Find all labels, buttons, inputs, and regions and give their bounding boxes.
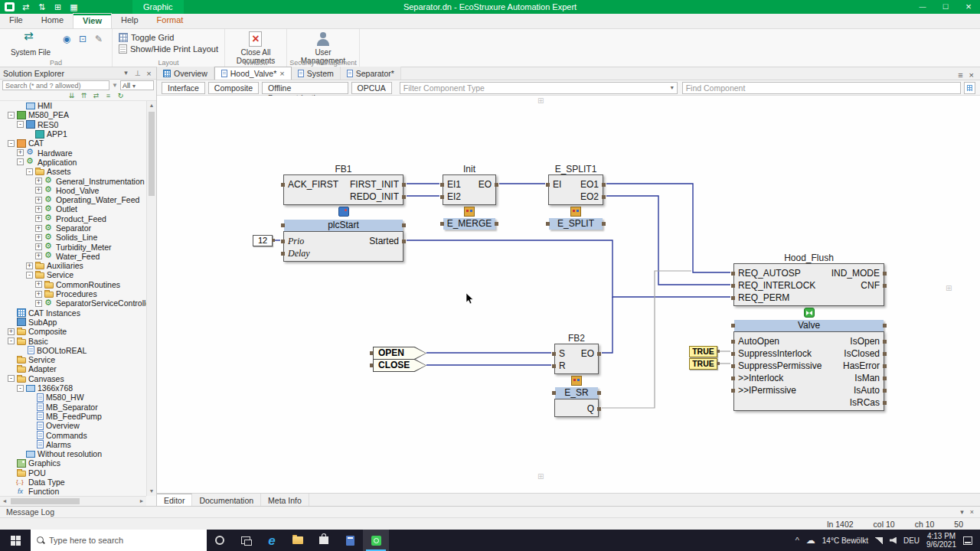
tab-hood-valve[interactable]: Hood_Valve*: [214, 67, 292, 80]
chevron-down-icon[interactable]: ▾: [960, 508, 964, 516]
tree-expander-icon[interactable]: [35, 281, 42, 288]
tree-item[interactable]: Graphics: [0, 458, 146, 468]
ribbon-tab-view[interactable]: View: [73, 13, 112, 28]
tree-expander-icon[interactable]: [17, 121, 24, 128]
explorer-vertical-scrollbar[interactable]: ▲ ▼: [146, 101, 156, 496]
tree-expander-icon[interactable]: [35, 253, 42, 259]
tree-item[interactable]: Hardware: [0, 148, 146, 157]
sort-tree-icon[interactable]: ≡: [104, 92, 113, 99]
contextual-tab-graphic[interactable]: Graphic: [132, 0, 184, 14]
tree-expander-icon[interactable]: [35, 300, 42, 307]
action-center-icon[interactable]: [963, 536, 972, 545]
tab-system[interactable]: System: [292, 67, 341, 80]
input-connector-open[interactable]: OPEN: [373, 347, 426, 360]
tree-item[interactable]: Adapter: [0, 364, 146, 373]
scroll-up-icon[interactable]: ▲: [147, 101, 156, 110]
tree-expander-icon[interactable]: [17, 385, 24, 392]
diagram-canvas[interactable]: ⊞ ⊞ ⊞ FB1: [157, 96, 980, 493]
tree-expander-icon[interactable]: [26, 432, 33, 439]
fbd-block-hood-flush[interactable]: Hood_Flush REQ_AUTOSPREQ_INTERLOCKREQ_PE…: [733, 253, 884, 411]
tree-item[interactable]: Function: [0, 487, 146, 496]
tree-item[interactable]: APP1: [0, 129, 146, 139]
tree-expander-icon[interactable]: [26, 394, 33, 401]
tree-expander-icon[interactable]: [35, 178, 42, 184]
constant-true-permissive[interactable]: TRUE: [689, 358, 717, 370]
tab-separator[interactable]: Separator*: [341, 67, 401, 80]
tree-item[interactable]: MB_FeedPump: [0, 412, 146, 421]
panel-menu-icon[interactable]: [122, 69, 130, 78]
network-icon[interactable]: [875, 537, 883, 544]
event-output-port[interactable]: EO: [479, 178, 492, 191]
data-input-port[interactable]: Prio: [288, 235, 310, 247]
tree-item[interactable]: Alarms: [0, 440, 146, 449]
event-output-port[interactable]: REDO_INIT: [350, 191, 399, 203]
tree-item[interactable]: HMI: [0, 101, 146, 110]
ribbon-tab-file[interactable]: File: [0, 13, 32, 28]
tree-item[interactable]: Application: [0, 158, 146, 167]
start-button[interactable]: [0, 530, 31, 551]
offline-parametrization-button[interactable]: Offline Parametrization: [262, 82, 348, 94]
message-log-bar[interactable]: Message Log ▾ ×: [0, 506, 980, 517]
tree-expander-icon[interactable]: [8, 479, 15, 486]
minimize-button[interactable]: [911, 0, 934, 14]
tree-expander-icon[interactable]: [35, 215, 42, 222]
pad-view-grid-icon[interactable]: [76, 32, 90, 46]
tree-item[interactable]: SubApp: [0, 318, 146, 327]
tree-expander-icon[interactable]: [26, 422, 33, 429]
fbd-block-init[interactable]: Init EI1EI2 EO E_MERGE: [443, 164, 496, 230]
event-output-port[interactable]: IND_MODE: [831, 267, 880, 279]
data-output-port[interactable]: IsRCas: [843, 396, 880, 409]
task-view-button[interactable]: [233, 530, 259, 551]
refresh-tree-icon[interactable]: ↻: [116, 92, 125, 99]
weather-text[interactable]: 14°C Bewölkt: [822, 536, 868, 545]
volume-icon[interactable]: [890, 537, 897, 544]
tree-item[interactable]: Water_Feed: [0, 252, 146, 261]
tree-expander-icon[interactable]: [8, 309, 15, 316]
tree-expander-icon[interactable]: [17, 149, 24, 156]
event-input-port[interactable]: EI: [553, 178, 561, 191]
tree-expander-icon[interactable]: [8, 460, 15, 467]
tree-expander-icon[interactable]: [8, 337, 15, 344]
taskbar-search[interactable]: Type here to search: [31, 530, 207, 551]
tree-item[interactable]: Procedures: [0, 289, 146, 298]
tree-expander-icon[interactable]: [35, 234, 42, 241]
close-document-icon[interactable]: [969, 70, 974, 80]
data-output-port[interactable]: IsMan: [843, 372, 880, 384]
event-output-port[interactable]: EO2: [580, 191, 599, 203]
event-input-port[interactable]: R: [559, 360, 566, 372]
tree-item[interactable]: POU: [0, 468, 146, 478]
tree-item[interactable]: Commands: [0, 430, 146, 439]
tree-item[interactable]: Operating_Water_Feed: [0, 195, 146, 204]
tree-item[interactable]: Separator: [0, 223, 146, 233]
show-hide-print-layout-button[interactable]: Show/Hide Print Layout: [119, 44, 218, 54]
build-icon[interactable]: [53, 2, 63, 11]
tree-item[interactable]: Composite: [0, 327, 146, 336]
tree-expander-icon[interactable]: [8, 318, 15, 325]
clock[interactable]: 4:13 PM 9/6/2021: [926, 532, 956, 549]
tree-item[interactable]: Service: [0, 355, 146, 364]
tray-chevron-icon[interactable]: [795, 536, 799, 545]
panel-close-icon[interactable]: [145, 69, 153, 78]
tab-documentation[interactable]: Documentation: [192, 494, 261, 507]
opcua-button[interactable]: OPCUA: [351, 82, 392, 94]
tree-expander-icon[interactable]: [35, 206, 42, 213]
scroll-left-icon[interactable]: ◄: [0, 497, 9, 506]
tree-expander-icon[interactable]: [8, 112, 15, 119]
cortana-button[interactable]: [207, 530, 233, 551]
maximize-button[interactable]: [934, 0, 957, 14]
tree-item[interactable]: Auxiliaries: [0, 261, 146, 270]
tree-expander-icon[interactable]: [35, 187, 42, 194]
tree-expander-icon[interactable]: [35, 197, 42, 204]
tree-expander-icon[interactable]: [26, 262, 33, 269]
pin-icon[interactable]: [133, 69, 142, 78]
event-output-port[interactable]: FIRST_INIT: [350, 178, 399, 191]
export-icon[interactable]: [21, 2, 31, 11]
pad-view-add-icon[interactable]: [60, 32, 74, 46]
sync-tree-icon[interactable]: ⇄: [92, 92, 100, 99]
tree-item[interactable]: Turbidity_Meter: [0, 242, 146, 251]
tree-item[interactable]: Data Type: [0, 478, 146, 487]
event-input-port[interactable]: S: [559, 347, 566, 360]
event-input-port[interactable]: EI2: [447, 191, 461, 203]
data-output-port[interactable]: IsOpen: [843, 335, 880, 347]
scroll-right-icon[interactable]: ►: [137, 497, 146, 506]
